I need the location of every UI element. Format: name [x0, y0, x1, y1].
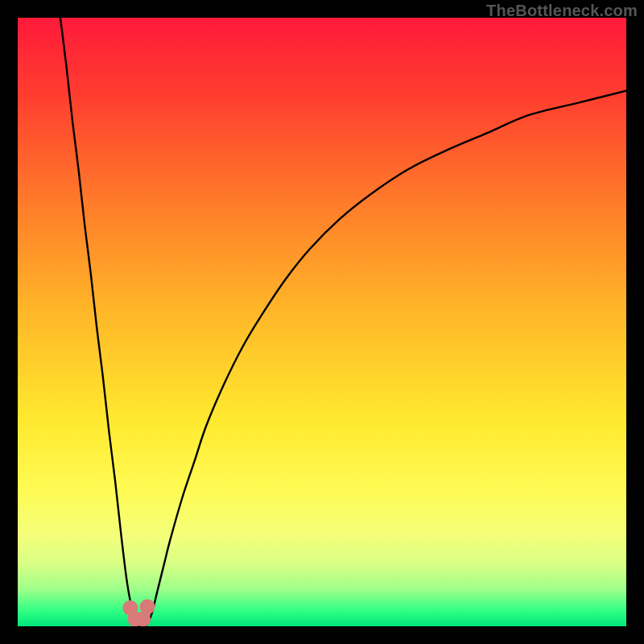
chart-frame: TheBottleneck.com: [0, 0, 644, 644]
bottleneck-chart-svg: [18, 18, 626, 626]
chart-background-gradient: [18, 18, 626, 626]
attribution-text: TheBottleneck.com: [486, 2, 638, 20]
chart-plot-area: [18, 18, 626, 626]
curve-marker: [140, 599, 155, 614]
